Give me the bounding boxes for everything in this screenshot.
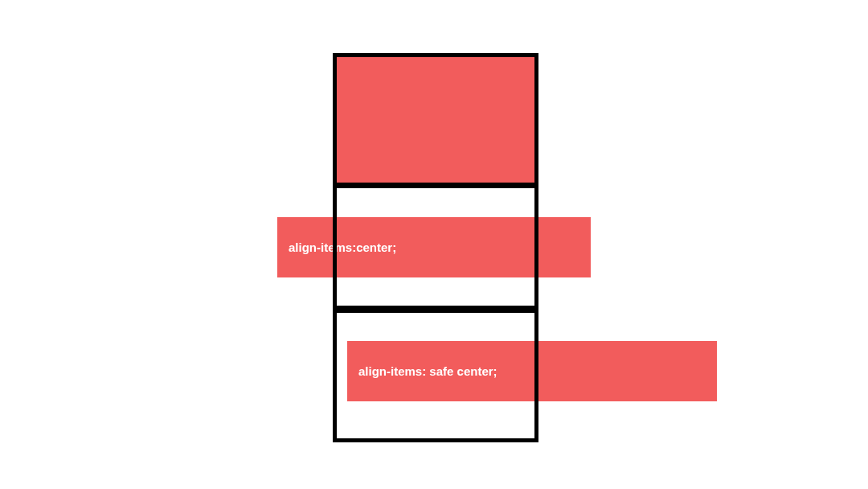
flex-container-3 [333,309,538,442]
flex-container-2 [333,184,538,310]
flex-item-1 [337,57,534,183]
